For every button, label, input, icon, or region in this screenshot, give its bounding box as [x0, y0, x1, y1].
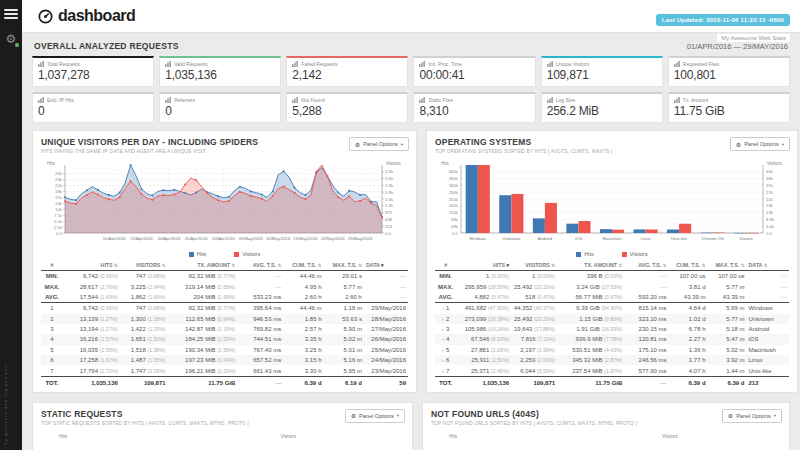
svg-text:Darwin: Darwin	[740, 236, 754, 241]
percent-value: (1.99%)	[537, 347, 555, 353]
legend-item-hits[interactable]: Hits	[189, 251, 206, 257]
metric-label: Requested Files	[674, 61, 784, 67]
column-header-tx-amount[interactable]: TX. AMOUNT ⇅	[557, 260, 624, 271]
sort-toggle-icon: ⇅	[702, 263, 706, 268]
table-row: 516,035 (1.55%)1,518 (1.38%)190.34 MiB (…	[41, 345, 408, 355]
percent-value: (0.77%)	[217, 273, 235, 279]
row-expander-icon[interactable]: ›	[442, 336, 444, 342]
gear-icon: ⚙	[355, 141, 360, 148]
column-header-avg-t-s-[interactable]: AVG. T.S. ⇅	[624, 260, 668, 271]
svg-text:340k: 340k	[449, 183, 459, 188]
table-row[interactable]: ›2273,099 (26.38%)25,492 (23.20%)1.15 Gi…	[435, 314, 789, 324]
percent-value: (0.94%)	[217, 316, 235, 322]
metric-card: Total Requests1,037,278	[32, 56, 154, 87]
gear-icon: ⚙	[351, 412, 356, 419]
legend-item-visitors[interactable]: Visitors	[622, 251, 648, 257]
table-row[interactable]: ›725,371 (2.45%)6,044 (5.50%)237.54 MiB …	[435, 365, 789, 376]
metric-value: 256.2 MiB	[547, 104, 657, 118]
column-header-visitors[interactable]: VISITORS ⇅	[511, 260, 557, 271]
bar-chart-icon	[674, 61, 680, 67]
operating-systems-bar-chart: 0.049k98k150k200k250k290k340k390k440k0.0…	[435, 160, 789, 246]
table-row[interactable]: ›3105,986 (10.24%)19,643 (17.88%)1.91 Gi…	[435, 324, 789, 334]
axis-label-hits: Hits	[59, 434, 67, 439]
menu-toggle-icon[interactable]	[4, 9, 18, 19]
percent-value: (0.00%)	[604, 273, 622, 279]
percent-value: (1.55%)	[100, 347, 118, 353]
axis-label-visitors: Visitors	[662, 434, 678, 439]
column-header-cum-t-s-[interactable]: CUM. T.S. ⇅	[283, 260, 323, 271]
panel-unique-visitors: UNIQUE VISITORS PER DAY - INCLUDING SPID…	[32, 130, 417, 393]
last-updated-badge: Last Updated: 2020-11-06 11:23:15 -0600	[656, 14, 790, 26]
svg-text:1.6k: 1.6k	[385, 197, 394, 202]
table-row: 617,258 (1.67%)1,487 (1.35%)197.23 MiB (…	[41, 355, 408, 365]
row-expander-icon[interactable]: ›	[442, 316, 444, 322]
row-expander-icon[interactable]: ›	[442, 347, 444, 353]
sort-desc-icon: ▾	[507, 262, 510, 268]
gear-icon: ⚙	[736, 141, 741, 148]
column-header-cum-t-s-[interactable]: CUM. T.S. ⇅	[669, 260, 708, 271]
legend-swatch	[576, 252, 581, 257]
percent-value: (1.67%)	[100, 357, 118, 363]
svg-text:18k: 18k	[55, 189, 63, 194]
column-header-hits[interactable]: HITS ▾	[456, 260, 511, 271]
percent-value: (2.45%)	[491, 368, 509, 374]
svg-text:0.0: 0.0	[766, 231, 773, 236]
svg-text:10k: 10k	[55, 207, 63, 212]
svg-text:Visitors: Visitors	[386, 161, 401, 166]
column-header-tx-amount[interactable]: TX. AMOUNT ⇅	[168, 260, 238, 271]
percent-value: (0.00%)	[491, 273, 509, 279]
metric-card: Failed Requests2,142	[286, 56, 408, 87]
metric-card: Unique Visitors109,871	[541, 56, 663, 87]
svg-text:2.6k: 2.6k	[385, 176, 394, 181]
svg-text:290k: 290k	[449, 190, 459, 195]
panel-options-button[interactable]: ⚙ Panel Options ▾	[349, 137, 409, 151]
percent-value: (1.64%)	[217, 357, 235, 363]
panel-options-label: Panel Options	[744, 141, 779, 147]
panel-options-label: Panel Options	[359, 413, 394, 419]
column-header-max-t-s-[interactable]: MAX. T.S. ⇅	[708, 260, 747, 271]
metric-card: Excl. IP Hits0	[32, 92, 154, 123]
table-row[interactable]: ›625,911 (2.50%)2,259 (2.06%)345.32 MiB …	[435, 355, 789, 365]
column-header--: #	[41, 260, 63, 271]
panel-options-button[interactable]: ⚙ Panel Options ▾	[345, 409, 405, 423]
legend-item-visitors[interactable]: Visitors	[234, 251, 260, 257]
panel-options-button[interactable]: ⚙ Panel Options ▾	[722, 409, 782, 423]
column-header-data[interactable]: DATA ⇅	[746, 260, 789, 271]
percent-value: (0.68%)	[147, 305, 165, 311]
row-expander-icon[interactable]: ›	[442, 326, 444, 332]
site-name: My Awesome Web Stats	[717, 34, 790, 42]
percent-value: (1.59%)	[147, 368, 165, 374]
row-expander-icon[interactable]: ›	[442, 368, 444, 374]
chevron-down-icon: ▾	[782, 142, 784, 147]
svg-text:971: 971	[385, 210, 393, 215]
column-header-visitors[interactable]: VISITORS ⇅	[120, 260, 168, 271]
percent-value: (2.50%)	[491, 357, 509, 363]
svg-text:Hits: Hits	[47, 161, 55, 166]
percent-value: (54.40%)	[601, 305, 622, 311]
legend-item-hits[interactable]: Hits	[576, 251, 593, 257]
column-header-max-t-s-[interactable]: MAX. T.S. ⇅	[324, 260, 364, 271]
table-row[interactable]: ›467,546 (6.53%)7,816 (7.11%)936.9 MiB (…	[435, 334, 789, 344]
panel-options-button[interactable]: ⚙ Panel Options ▾	[730, 137, 790, 151]
svg-text:8.9k: 8.9k	[766, 217, 775, 222]
metric-value: 8,310	[419, 104, 529, 118]
percent-value: (9.80%)	[604, 316, 622, 322]
percent-value: (16.29%)	[601, 326, 622, 332]
bar-chart-icon	[547, 61, 553, 67]
table-row[interactable]: ›527,881 (2.69%)2,197 (1.99%)530.51 MiB …	[435, 345, 789, 355]
gear-icon: ⚙	[728, 412, 733, 419]
column-header--: #	[435, 260, 456, 271]
chevron-down-icon: ▾	[401, 142, 403, 147]
svg-text:31k: 31k	[766, 183, 774, 188]
column-header-hits[interactable]: HITS ⇅	[63, 260, 120, 271]
table-row[interactable]: ›1491,682 (47.50%)44,352 (40.37%)6.39 Gi…	[435, 303, 789, 314]
svg-text:18k: 18k	[766, 203, 774, 208]
metric-label: Referrers	[165, 97, 275, 103]
column-header-avg-t-s-[interactable]: AVG. T.S. ⇅	[237, 260, 283, 271]
row-expander-icon[interactable]: ›	[442, 305, 444, 311]
column-header-data[interactable]: DATA ▾	[364, 260, 408, 271]
percent-value: (7.78%)	[604, 336, 622, 342]
svg-text:25/Apr/2016: 25/Apr/2016	[185, 236, 208, 241]
table-row: 717,794 (1.72%)1,747 (1.59%)196.21 MiB (…	[41, 365, 408, 376]
row-expander-icon[interactable]: ›	[442, 357, 444, 363]
